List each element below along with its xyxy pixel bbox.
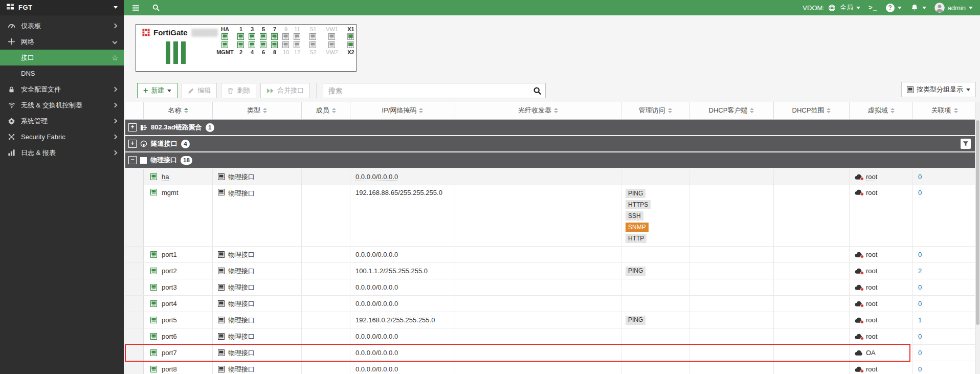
port-2-icon[interactable] bbox=[237, 41, 245, 49]
port-column-HA: HAMGMT bbox=[219, 26, 231, 56]
port-MGMT-icon[interactable] bbox=[221, 41, 229, 49]
ref-count-link[interactable]: 0 bbox=[918, 189, 922, 196]
table-row-port4[interactable]: port4物理接口0.0.0.0/0.0.0.0root0 bbox=[125, 296, 975, 312]
interface-name[interactable]: port6 bbox=[162, 333, 177, 340]
group-row-物理接口[interactable]: −物理接口18 bbox=[125, 152, 975, 169]
ref-count-link[interactable]: 0 bbox=[918, 251, 922, 258]
port-4-icon[interactable] bbox=[249, 41, 256, 49]
ref-count-link[interactable]: 1 bbox=[918, 316, 922, 324]
cell-dhcp_clients bbox=[689, 345, 774, 361]
expand-icon[interactable]: + bbox=[128, 140, 137, 148]
column-header-dhcp_range[interactable]: DHCP范围 bbox=[774, 102, 850, 119]
ref-count-link[interactable]: 2 bbox=[918, 267, 922, 275]
port-5-icon[interactable] bbox=[260, 33, 268, 40]
interface-name[interactable]: port5 bbox=[162, 316, 177, 324]
table-row-port6[interactable]: port6物理接口0.0.0.0/0.0.0.0root0 bbox=[125, 328, 975, 345]
cell-dhcp_clients bbox=[689, 185, 774, 246]
interface-name[interactable]: port1 bbox=[162, 251, 177, 258]
sidebar-item-interfaces[interactable]: 接口☆ bbox=[0, 50, 124, 65]
port-VW1-icon[interactable] bbox=[328, 33, 336, 40]
table-row-mgmt[interactable]: mgmt物理接口192.168.88.65/255.255.255.0PINGH… bbox=[125, 185, 975, 247]
sidebar-item-dns[interactable]: DNS bbox=[0, 65, 124, 81]
port-6-icon[interactable] bbox=[260, 41, 268, 49]
ref-count-link[interactable]: 0 bbox=[918, 365, 922, 373]
group-row-802.3ad链路聚合[interactable]: +802.3ad链路聚合1 bbox=[125, 120, 975, 136]
interface-name[interactable]: port2 bbox=[162, 267, 177, 275]
group-row-隧道接口[interactable]: +隧道接口4 bbox=[125, 136, 975, 152]
column-header-ip[interactable]: IP/网络掩码 bbox=[350, 102, 455, 119]
table-row-port7[interactable]: port7物理接口0.0.0.0/0.0.0.0OA0 bbox=[125, 345, 975, 361]
group-display-button[interactable]: 按类型分组显示 bbox=[901, 82, 976, 97]
create-button[interactable]: +新建 bbox=[137, 83, 177, 98]
port-9-icon[interactable] bbox=[282, 33, 290, 40]
port-S1-icon[interactable] bbox=[309, 33, 317, 40]
device-name: FGT bbox=[18, 4, 33, 11]
port-3-icon[interactable] bbox=[249, 33, 256, 40]
interface-name[interactable]: mgmt bbox=[162, 189, 179, 196]
port-X2-icon[interactable] bbox=[347, 41, 355, 49]
column-header-vdom[interactable]: 虚拟域 bbox=[850, 102, 913, 119]
global-search-icon[interactable] bbox=[148, 0, 164, 15]
column-header-transceiver[interactable]: 光纤收发器 bbox=[455, 102, 621, 119]
sidebar-item-label: 系统管理 bbox=[21, 117, 48, 126]
port-S2-icon[interactable] bbox=[309, 41, 317, 49]
table-row-ha[interactable]: ha物理接口0.0.0.0/0.0.0.0root0 bbox=[125, 169, 975, 185]
column-header-type[interactable]: 类型 bbox=[213, 102, 302, 119]
search-input[interactable] bbox=[323, 83, 546, 98]
sidebar-item-wifi-switch-controller[interactable]: 无线 & 交换机控制器 bbox=[0, 97, 124, 113]
search-submit-icon[interactable] bbox=[530, 84, 544, 97]
expand-icon[interactable]: + bbox=[128, 123, 137, 131]
hamburger-menu-icon[interactable] bbox=[128, 0, 143, 15]
ref-count-link[interactable]: 0 bbox=[918, 333, 922, 340]
column-header-access[interactable]: 管理访问 bbox=[621, 102, 689, 119]
interface-name[interactable]: port8 bbox=[162, 365, 177, 373]
port-label-top: HA bbox=[221, 26, 229, 33]
ref-count-link[interactable]: 0 bbox=[918, 300, 922, 307]
cell-type: 物理接口 bbox=[213, 263, 302, 279]
device-menu-button[interactable]: FGT bbox=[0, 0, 124, 15]
help-menu[interactable]: ? bbox=[886, 4, 902, 12]
table-row-port8[interactable]: port8物理接口0.0.0.0/0.0.0.0root0 bbox=[125, 361, 975, 374]
port-X1-icon[interactable] bbox=[347, 33, 355, 40]
ref-count-link[interactable]: 0 bbox=[918, 173, 922, 181]
sidebar-item-security-fabric[interactable]: Security Fabric bbox=[0, 129, 124, 145]
sidebar-item-network[interactable]: 网络 bbox=[0, 34, 124, 50]
table-row-port2[interactable]: port2物理接口100.1.1.2/255.255.255.0PINGroot… bbox=[125, 263, 975, 279]
interface-name[interactable]: port7 bbox=[162, 349, 177, 357]
admin-menu[interactable]: admin bbox=[934, 3, 973, 13]
scrollbar-thumb[interactable] bbox=[976, 120, 979, 325]
port-11-icon[interactable] bbox=[294, 33, 301, 40]
vdom-selector[interactable]: VDOM: 全局 bbox=[803, 3, 860, 12]
ref-count-link[interactable]: 0 bbox=[918, 349, 922, 357]
port-12-icon[interactable] bbox=[294, 41, 301, 49]
port-HA-icon[interactable] bbox=[221, 33, 229, 40]
port-8-icon[interactable] bbox=[271, 41, 279, 49]
chevron-right-icon bbox=[113, 87, 118, 92]
port-1-icon[interactable] bbox=[237, 33, 245, 40]
interface-name[interactable]: port4 bbox=[162, 300, 177, 307]
column-header-members[interactable]: 成员 bbox=[302, 102, 350, 119]
sidebar-item-dashboard[interactable]: 仪表板 bbox=[0, 18, 124, 34]
collapse-icon[interactable]: − bbox=[128, 156, 137, 164]
table-row-port1[interactable]: port1物理接口0.0.0.0/0.0.0.0root0 bbox=[125, 247, 975, 263]
interface-name[interactable]: ha bbox=[162, 173, 169, 181]
port-10-icon[interactable] bbox=[282, 41, 290, 49]
group-display-label: 按类型分组显示 bbox=[917, 85, 963, 94]
sidebar-item-security-profiles[interactable]: 安全配置文件 bbox=[0, 81, 124, 97]
interface-name[interactable]: port3 bbox=[162, 283, 177, 291]
column-header-name[interactable]: 名称 bbox=[144, 102, 213, 119]
ref-count-link[interactable]: 0 bbox=[918, 283, 922, 291]
table-row-port3[interactable]: port3物理接口0.0.0.0/0.0.0.0root0 bbox=[125, 279, 975, 296]
favorite-star-icon[interactable]: ☆ bbox=[112, 54, 118, 62]
cli-console-button[interactable]: >_ bbox=[868, 4, 878, 12]
port-7-icon[interactable] bbox=[271, 33, 279, 40]
sidebar-item-log-report[interactable]: 日志 & 报表 bbox=[0, 145, 124, 161]
column-header-ref[interactable]: 关联项 bbox=[913, 102, 976, 119]
button-label: 编辑 bbox=[197, 86, 211, 95]
port-VW2-icon[interactable] bbox=[328, 41, 336, 49]
table-row-port5[interactable]: port5物理接口192.168.0.2/255.255.255.0PINGro… bbox=[125, 312, 975, 328]
filter-funnel-icon[interactable] bbox=[961, 139, 971, 149]
notifications-menu[interactable] bbox=[910, 3, 926, 12]
column-header-dhcp_clients[interactable]: DHCP客户端 bbox=[689, 102, 774, 119]
sidebar-item-system[interactable]: 系统管理 bbox=[0, 113, 124, 129]
